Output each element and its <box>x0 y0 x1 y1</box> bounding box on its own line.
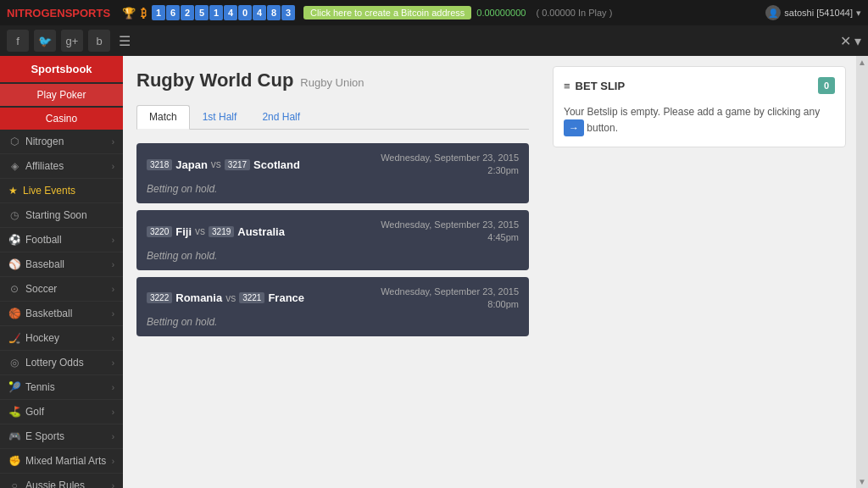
sidebar-item-affiliates[interactable]: ◈ Affiliates › <box>0 154 123 179</box>
match-tabs: Match 1st Half 2nd Half <box>136 105 529 130</box>
username: satoshi [541044] <box>784 8 853 18</box>
sidebar-label-esports: E Sports <box>25 430 64 442</box>
match-teams-2: 3220 Fiji vs 3219 Australia <box>147 225 285 238</box>
match-datetime-3: Wednesday, September 23, 2015 8:00pm <box>381 286 519 312</box>
match-time-1: 2:30pm <box>381 164 519 177</box>
sidebar: Sportsbook Play Poker Casino ⬡ Nitrogen … <box>0 56 123 488</box>
betslip-box: ≡ BET SLIP 0 Your Betslip is empty. Plea… <box>553 66 846 147</box>
bitcoin-icon: ₿ <box>141 7 147 19</box>
sidebar-item-basketball[interactable]: 🏀 Basketball › <box>0 302 123 326</box>
match-date-3: Wednesday, September 23, 2015 <box>381 286 519 298</box>
chevron-icon: › <box>112 285 114 294</box>
tab-match[interactable]: Match <box>136 105 190 130</box>
chevron-icon: › <box>112 334 114 343</box>
sidebar-item-lottery[interactable]: ◎ Lottery Odds › <box>0 351 123 375</box>
match-teams-3: 3222 Romania vs 3221 France <box>147 291 304 304</box>
aussie-rules-icon: ○ <box>8 480 20 488</box>
chevron-icon: › <box>112 162 114 171</box>
sidebar-item-nitrogen[interactable]: ⬡ Nitrogen › <box>0 130 123 154</box>
match-time-2: 4:45pm <box>381 231 519 244</box>
team2-name-3: France <box>268 291 304 304</box>
sidebar-label-aussie-rules: Aussie Rules <box>25 480 85 488</box>
menu-icon: ≡ <box>564 80 570 92</box>
tennis-icon: 🎾 <box>8 381 20 393</box>
user-chevron[interactable]: ▾ <box>856 8 861 19</box>
match-time-3: 8:00pm <box>381 298 519 311</box>
logo-sports: SPORTS <box>65 7 110 19</box>
esports-icon: 🎮 <box>8 430 20 442</box>
window-controls: ✕ ▾ <box>840 33 861 49</box>
minimize-button[interactable]: ▾ <box>854 33 861 49</box>
affiliates-icon: ◈ <box>8 160 20 172</box>
match-status-1: Betting on hold. <box>147 183 519 195</box>
hockey-icon: 🏒 <box>8 332 20 344</box>
match-card-2: 3220 Fiji vs 3219 Australia Wednesday, S… <box>136 210 529 270</box>
sidebar-item-tennis[interactable]: 🎾 Tennis › <box>0 375 123 400</box>
scroll-up-icon[interactable]: ▲ <box>856 56 868 69</box>
team1-name-3: Romania <box>175 291 222 304</box>
team2-badge-3: 3221 <box>239 292 264 303</box>
logo-nitrogen: NITROGEN <box>7 7 65 19</box>
sidebar-item-football[interactable]: ⚽ Football › <box>0 228 123 252</box>
sidebar-item-starting-soon[interactable]: ◷ Starting Soon <box>0 203 123 228</box>
sidebar-item-soccer[interactable]: ⊙ Soccer › <box>0 277 123 302</box>
close-button[interactable]: ✕ <box>840 33 851 49</box>
sidebar-item-baseball[interactable]: ⚾ Baseball › <box>0 252 123 277</box>
gplus-button[interactable]: g+ <box>61 30 83 52</box>
chevron-icon: › <box>112 137 114 147</box>
sidebar-item-esports[interactable]: 🎮 E Sports › <box>0 424 123 449</box>
bitcoin-talk-button[interactable]: b <box>88 30 110 52</box>
sidebar-item-aussie-rules[interactable]: ○ Aussie Rules › <box>0 474 123 488</box>
sidebar-item-mma[interactable]: ✊ Mixed Martial Arts › <box>0 449 123 474</box>
main-content: Rugby World Cup Rugby Union Match 1st Ha… <box>123 56 542 488</box>
hamburger-menu[interactable]: ☰ <box>119 33 131 49</box>
football-icon: ⚽ <box>8 234 20 246</box>
twitter-button[interactable]: 🐦 <box>34 30 56 52</box>
right-scrollbar[interactable]: ▲ ▼ <box>856 56 868 488</box>
chevron-icon: › <box>112 383 114 392</box>
match-date-1: Wednesday, September 23, 2015 <box>381 152 519 164</box>
tab-first-half[interactable]: 1st Half <box>190 105 250 129</box>
scroll-down-icon[interactable]: ▼ <box>856 475 868 488</box>
team2-badge-1: 3217 <box>225 159 250 170</box>
betslip-header: ≡ BET SLIP 0 <box>564 77 835 94</box>
vs-text-2: vs <box>195 225 205 237</box>
betslip-panel: ≡ BET SLIP 0 Your Betslip is empty. Plea… <box>542 56 856 488</box>
match-date-2: Wednesday, September 23, 2015 <box>381 219 519 231</box>
user-info: 👤 satoshi [541044] ▾ <box>765 5 861 20</box>
sidebar-label-live-events: Live Events <box>23 185 75 197</box>
chevron-icon: › <box>112 260 114 269</box>
sidebar-item-golf[interactable]: ⛳ Golf › <box>0 400 123 424</box>
sidebar-casino[interactable]: Casino <box>0 108 123 130</box>
team2-badge-2: 3219 <box>209 226 234 237</box>
team1-name-1: Japan <box>175 158 208 171</box>
page-header: Rugby World Cup Rugby Union <box>136 69 529 95</box>
match-teams-1: 3218 Japan vs 3217 Scotland <box>147 158 300 171</box>
chevron-icon: › <box>112 309 114 319</box>
sidebar-sportsbook[interactable]: Sportsbook <box>0 56 123 82</box>
sidebar-poker[interactable]: Play Poker <box>0 84 123 106</box>
page-subtitle: Rugby Union <box>300 76 364 89</box>
match-card-3: 3222 Romania vs 3221 France Wednesday, S… <box>136 277 529 337</box>
match-card-1: 3218 Japan vs 3217 Scotland Wednesday, S… <box>136 143 529 203</box>
sidebar-item-live-events[interactable]: ★ Live Events <box>0 179 123 203</box>
facebook-button[interactable]: f <box>7 30 29 52</box>
chevron-icon: › <box>112 236 114 245</box>
soccer-icon: ⊙ <box>8 283 20 295</box>
basketball-icon: 🏀 <box>8 308 20 319</box>
add-game-arrow-icon: → <box>564 119 584 136</box>
sidebar-label-nitrogen: Nitrogen <box>25 136 64 147</box>
tab-second-half[interactable]: 2nd Half <box>249 105 313 129</box>
sidebar-label-lottery: Lottery Odds <box>25 357 84 369</box>
match-status-3: Betting on hold. <box>147 316 519 328</box>
chevron-icon: › <box>112 358 114 368</box>
betslip-title: ≡ BET SLIP <box>564 80 625 92</box>
sidebar-item-hockey[interactable]: 🏒 Hockey › <box>0 326 123 351</box>
create-btc-button[interactable]: Click here to create a Bitcoin address <box>303 6 471 19</box>
team2-name-1: Scotland <box>253 158 300 171</box>
team1-name-2: Fiji <box>175 225 192 238</box>
match-status-2: Betting on hold. <box>147 250 519 262</box>
match-datetime-1: Wednesday, September 23, 2015 2:30pm <box>381 152 519 178</box>
page-title: Rugby World Cup <box>136 69 293 92</box>
team1-badge-2: 3220 <box>147 226 172 237</box>
